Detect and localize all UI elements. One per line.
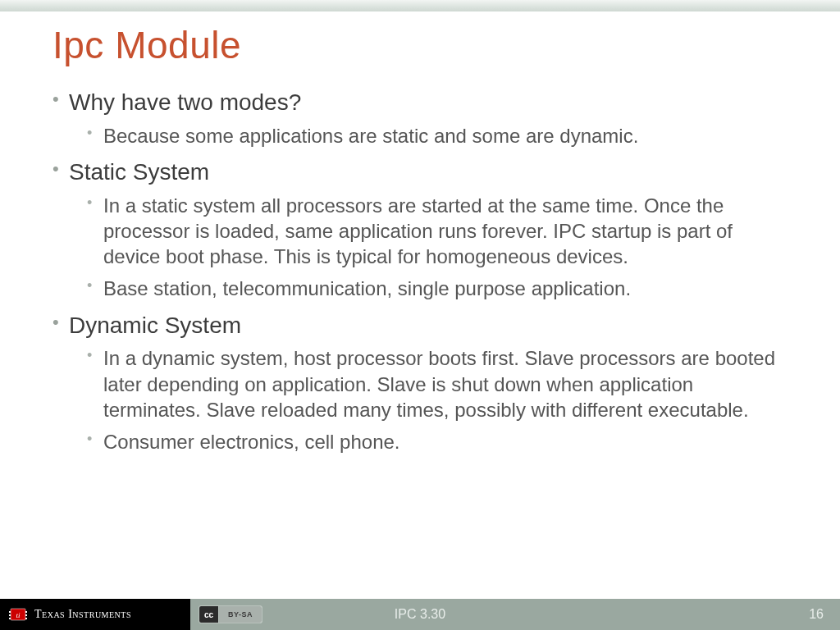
bullet-list-level2: In a dynamic system, host processor boot… [69, 345, 791, 454]
sub-bullet-text: Because some applications are static and… [103, 125, 638, 147]
bullet-list-level1: Why have two modes? Because some applica… [52, 87, 791, 454]
bullet-dynamic-system: Dynamic System In a dynamic system, host… [52, 310, 791, 455]
bullet-text: Why have two modes? [69, 89, 301, 115]
bullet-text: Dynamic System [69, 313, 241, 338]
ti-chip-icon: ti [8, 605, 28, 624]
bullet-list-level2: Because some applications are static and… [69, 123, 791, 148]
ti-company-name: Texas Instruments [34, 608, 131, 621]
cc-license-badge: cc BY-SA [199, 605, 262, 623]
svg-text:ti: ti [16, 611, 21, 619]
svg-rect-4 [25, 611, 27, 613]
slide: Ipc Module Why have two modes? Because s… [0, 0, 840, 630]
sub-bullet-text: In a static system all processors are st… [103, 194, 733, 267]
cc-license-type: BY-SA [219, 606, 262, 623]
sub-bullet: In a dynamic system, host processor boot… [69, 345, 791, 422]
sub-bullet-text: Base station, telecommunication, single … [103, 277, 631, 299]
svg-rect-3 [9, 618, 11, 619]
sub-bullet: Base station, telecommunication, single … [69, 276, 791, 301]
bullet-why-two-modes: Why have two modes? Because some applica… [52, 87, 791, 148]
cc-icon: cc [199, 606, 219, 623]
sub-bullet: Because some applications are static and… [69, 123, 791, 148]
svg-rect-1 [9, 611, 11, 613]
page-number: 16 [809, 607, 824, 622]
sub-bullet-text: Consumer electronics, cell phone. [103, 431, 400, 453]
svg-rect-5 [25, 614, 27, 616]
svg-rect-6 [25, 618, 27, 619]
bullet-static-system: Static System In a static system all pro… [52, 157, 791, 302]
slide-content: Why have two modes? Because some applica… [52, 87, 791, 463]
bullet-list-level2: In a static system all processors are st… [69, 193, 791, 302]
bullet-text: Static System [69, 159, 209, 185]
top-gradient-bar [0, 0, 840, 11]
sub-bullet: Consumer electronics, cell phone. [69, 429, 791, 454]
svg-rect-2 [9, 614, 11, 616]
slide-title: Ipc Module [52, 23, 241, 67]
ti-logo-badge: ti Texas Instruments [0, 599, 190, 630]
footer-bar: ti Texas Instruments cc BY-SA IPC 3.30 1… [0, 599, 840, 630]
sub-bullet: In a static system all processors are st… [69, 193, 791, 270]
sub-bullet-text: In a dynamic system, host processor boot… [103, 347, 775, 420]
